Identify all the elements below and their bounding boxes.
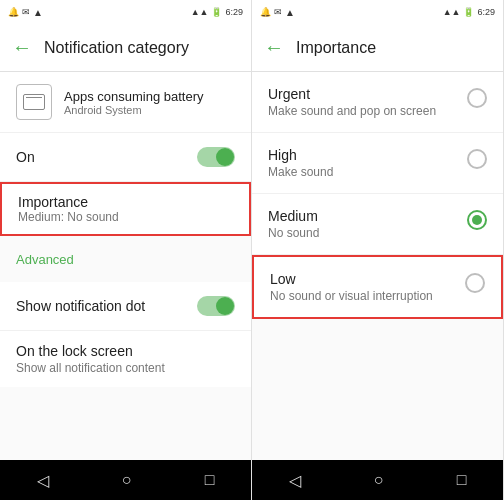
right-time-label: 6:29 bbox=[477, 7, 495, 17]
left-nav-home[interactable]: ○ bbox=[122, 471, 132, 489]
left-back-button[interactable]: ← bbox=[12, 36, 32, 59]
right-nav-bar: ◁ ○ □ bbox=[252, 460, 503, 500]
right-signal-icon: ▲▲ bbox=[443, 7, 461, 17]
high-info: High Make sound bbox=[268, 147, 467, 179]
right-status-right: ▲▲ 🔋 6:29 bbox=[443, 7, 495, 17]
notification-icon: 🔔 bbox=[8, 7, 19, 17]
urgent-subtitle: Make sound and pop on screen bbox=[268, 104, 467, 118]
message-icon: ✉ bbox=[22, 7, 30, 17]
urgent-radio[interactable] bbox=[467, 88, 487, 108]
high-radio[interactable] bbox=[467, 149, 487, 169]
right-battery-icon: 🔋 bbox=[463, 7, 474, 17]
app-info: Apps consuming battery Android System bbox=[64, 89, 235, 116]
advanced-label: Advanced bbox=[16, 252, 74, 267]
right-back-button[interactable]: ← bbox=[264, 36, 284, 59]
status-left-icons: 🔔 ✉ ▲ bbox=[8, 7, 43, 18]
low-subtitle: No sound or visual interruption bbox=[270, 289, 465, 303]
medium-radio[interactable] bbox=[467, 210, 487, 230]
left-nav-bar: ◁ ○ □ bbox=[0, 460, 251, 500]
option-high[interactable]: High Make sound bbox=[252, 133, 503, 194]
notif-dot-label: Show notification dot bbox=[16, 298, 145, 314]
toggle-knob bbox=[216, 148, 234, 166]
app-name: Apps consuming battery bbox=[64, 89, 235, 104]
low-info: Low No sound or visual interruption bbox=[270, 271, 465, 303]
battery-icon: 🔋 bbox=[211, 7, 222, 17]
app-icon bbox=[16, 84, 52, 120]
option-low[interactable]: Low No sound or visual interruption bbox=[252, 255, 503, 319]
right-notification-icon: 🔔 bbox=[260, 7, 271, 17]
lock-title: On the lock screen bbox=[16, 343, 235, 359]
notif-dot-row: Show notification dot bbox=[0, 282, 251, 331]
right-status-bar: 🔔 ✉ ▲ ▲▲ 🔋 6:29 bbox=[252, 0, 503, 24]
app-item-row: Apps consuming battery Android System bbox=[0, 72, 251, 133]
left-nav-back[interactable]: ◁ bbox=[37, 471, 49, 490]
left-panel: 🔔 ✉ ▲ ▲▲ 🔋 6:29 ← Notification category … bbox=[0, 0, 252, 500]
left-app-bar: ← Notification category bbox=[0, 24, 251, 72]
right-message-icon: ✉ bbox=[274, 7, 282, 17]
right-page-title: Importance bbox=[296, 39, 376, 57]
low-title: Low bbox=[270, 271, 465, 287]
on-label: On bbox=[16, 149, 35, 165]
low-radio[interactable] bbox=[465, 273, 485, 293]
left-status-bar: 🔔 ✉ ▲ ▲▲ 🔋 6:29 bbox=[0, 0, 251, 24]
medium-info: Medium No sound bbox=[268, 208, 467, 240]
wifi-icon: ▲ bbox=[33, 7, 43, 18]
on-toggle-row: On bbox=[0, 133, 251, 182]
urgent-title: Urgent bbox=[268, 86, 467, 102]
right-wifi-icon: ▲ bbox=[285, 7, 295, 18]
importance-title: Importance bbox=[18, 194, 233, 210]
advanced-link[interactable]: Advanced bbox=[0, 236, 251, 282]
option-medium[interactable]: Medium No sound bbox=[252, 194, 503, 255]
lock-screen-row[interactable]: On the lock screen Show all notification… bbox=[0, 331, 251, 387]
importance-subtitle: Medium: No sound bbox=[18, 210, 233, 224]
high-title: High bbox=[268, 147, 467, 163]
right-nav-home[interactable]: ○ bbox=[374, 471, 384, 489]
importance-options-list: Urgent Make sound and pop on screen High… bbox=[252, 72, 503, 460]
notif-dot-toggle[interactable] bbox=[197, 296, 235, 316]
right-app-bar: ← Importance bbox=[252, 24, 503, 72]
notif-dot-knob bbox=[216, 297, 234, 315]
medium-title: Medium bbox=[268, 208, 467, 224]
signal-icon: ▲▲ bbox=[191, 7, 209, 17]
right-status-left: 🔔 ✉ ▲ bbox=[260, 7, 295, 18]
high-subtitle: Make sound bbox=[268, 165, 467, 179]
time-label: 6:29 bbox=[225, 7, 243, 17]
status-right-icons: ▲▲ 🔋 6:29 bbox=[191, 7, 243, 17]
medium-subtitle: No sound bbox=[268, 226, 467, 240]
app-icon-inner bbox=[23, 94, 45, 110]
importance-row[interactable]: Importance Medium: No sound bbox=[0, 182, 251, 236]
left-nav-recents[interactable]: □ bbox=[205, 471, 215, 489]
right-panel: 🔔 ✉ ▲ ▲▲ 🔋 6:29 ← Importance Urgent Make… bbox=[252, 0, 504, 500]
right-nav-back[interactable]: ◁ bbox=[289, 471, 301, 490]
app-subtitle: Android System bbox=[64, 104, 235, 116]
on-toggle[interactable] bbox=[197, 147, 235, 167]
lock-subtitle: Show all notification content bbox=[16, 361, 235, 375]
option-urgent[interactable]: Urgent Make sound and pop on screen bbox=[252, 72, 503, 133]
left-content: Apps consuming battery Android System On… bbox=[0, 72, 251, 460]
urgent-info: Urgent Make sound and pop on screen bbox=[268, 86, 467, 118]
right-nav-recents[interactable]: □ bbox=[457, 471, 467, 489]
left-page-title: Notification category bbox=[44, 39, 189, 57]
